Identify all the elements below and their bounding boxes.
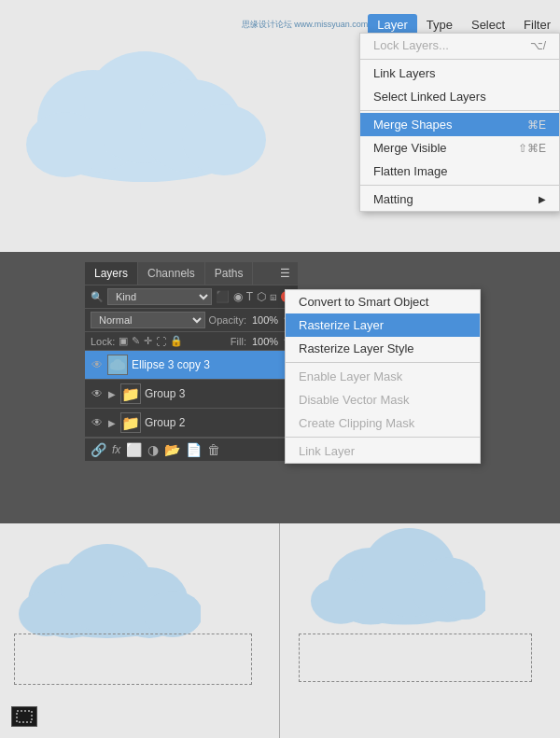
ctx-disable-vector[interactable]: Disable Vector Mask (286, 388, 480, 411)
layer-thumbnail-group2: 📁 (120, 412, 141, 433)
lock-all-icon[interactable]: 🔒 (170, 335, 183, 347)
bottom-right-cloud (299, 528, 485, 631)
link-icon[interactable]: 🔗 (91, 442, 106, 457)
context-menu: Convert to Smart Object Rasterize Layer … (285, 289, 481, 464)
cloud-shape (19, 28, 271, 189)
new-layer-icon[interactable]: 📄 (186, 442, 202, 457)
ctx-rasterize-layer[interactable]: Rasterize Layer (286, 313, 480, 337)
layer-thumbnail-group3: 📁 (120, 383, 141, 404)
layers-panel-menu-icon[interactable]: ☰ (273, 262, 298, 285)
menu-link-layers[interactable]: Link Layers (360, 62, 559, 85)
blend-mode-select[interactable]: Normal (91, 312, 205, 328)
selection-box-right (299, 634, 532, 682)
bottom-right-panel (280, 523, 560, 738)
middle-section: Layers Channels Paths ☰ 🔍 Kind ⬛ ◉ T ⬡ ⧆… (0, 252, 560, 523)
layer-thumbnail-ellipse (107, 355, 128, 375)
menu-merge-shapes[interactable]: Merge Shapes ⌘E (360, 113, 559, 136)
tab-channels[interactable]: Channels (138, 262, 205, 285)
layers-kind-select[interactable]: Kind (107, 288, 212, 305)
menu-divider-1 (360, 59, 559, 60)
filter-smart-icon[interactable]: ⧆ (270, 290, 277, 303)
filter-shape-icon[interactable]: ⬡ (257, 290, 266, 303)
watermark: 思缘设计论坛 www.missyuan.com (242, 19, 369, 31)
lock-artboard-icon[interactable]: ⛶ (156, 336, 166, 347)
filter-pixel-icon[interactable]: ⬛ (216, 290, 230, 303)
folder-icon-group2: 📁 (121, 414, 140, 432)
menu-matting[interactable]: Matting ▶ (360, 188, 559, 211)
svg-point-5 (26, 112, 105, 177)
delete-icon[interactable]: 🗑 (207, 442, 220, 457)
svg-point-9 (118, 362, 125, 369)
mask-icon[interactable]: ⬜ (126, 442, 142, 457)
bottom-section (0, 523, 560, 738)
ctx-enable-mask[interactable]: Enable Layer Mask (286, 365, 480, 388)
ctx-link-layer[interactable]: Link Layer (286, 439, 480, 463)
svg-point-14 (143, 591, 201, 637)
menu-select-linked-layers[interactable]: Select Linked Layers (360, 85, 559, 108)
layer-visibility-eye-group2[interactable]: 👁 (91, 416, 104, 429)
bottom-left-panel (0, 523, 280, 738)
layers-search-row: 🔍 Kind ⬛ ◉ T ⬡ ⧆ (85, 285, 298, 309)
svg-point-4 (182, 104, 266, 175)
lock-image-icon[interactable]: ✎ (132, 335, 140, 347)
lock-transparent-icon[interactable]: ▣ (119, 335, 128, 347)
filter-icons: ⬛ ◉ T ⬡ ⧆ (216, 290, 292, 303)
layers-lock-row: Lock: ▣ ✎ ✛ ⛶ 🔒 Fill: 100% ▼ (85, 332, 298, 351)
layer-name-ellipse3copy3: Ellipse 3 copy 3 (132, 358, 292, 371)
top-canvas: 思缘设计论坛 www.missyuan.com Layer Type Selec… (0, 0, 560, 252)
fill-label: Fill: (231, 336, 246, 347)
layer-row-group3[interactable]: 👁 ▶ 📁 Group 3 (85, 380, 298, 409)
ctx-create-clipping[interactable]: Create Clipping Mask (286, 411, 480, 435)
selection-tool-icon[interactable] (11, 706, 37, 727)
folder-icon-group3: 📁 (121, 385, 140, 403)
menu-divider-3 (360, 185, 559, 186)
selection-box (14, 634, 252, 685)
menu-lock-layers[interactable]: Lock Layers... ⌥/ (360, 34, 559, 57)
fx-icon[interactable]: fx (112, 443, 120, 456)
tab-layers[interactable]: Layers (85, 262, 138, 285)
filter-text-icon[interactable]: T (246, 290, 253, 303)
layer-name-group2: Group 2 (145, 416, 292, 429)
layer-row-ellipse3copy3[interactable]: 👁 Ellipse 3 copy 3 (85, 351, 298, 380)
layers-panel-bottom: 🔗 fx ⬜ ◑ 📂 📄 🗑 (85, 438, 298, 461)
menu-flatten-image[interactable]: Flatten Image (360, 160, 559, 183)
layers-panel-tabs: Layers Channels Paths ☰ (85, 262, 298, 285)
opacity-label: Opacity: (209, 314, 246, 326)
layer-expand-group3[interactable]: ▶ (107, 389, 117, 399)
layer-visibility-eye-group3[interactable]: 👁 (91, 387, 104, 400)
menu-divider-2 (360, 110, 559, 111)
opacity-value: 100% (252, 314, 278, 326)
layers-mode-row: Normal Opacity: 100% ▼ (85, 309, 298, 332)
layer-dropdown-menu: Lock Layers... ⌥/ Link Layers Select Lin… (359, 33, 560, 212)
svg-rect-16 (17, 711, 32, 722)
lock-label: Lock: (91, 336, 115, 347)
filter-adjustment-icon[interactable]: ◉ (233, 290, 243, 303)
ctx-convert-smart[interactable]: Convert to Smart Object (286, 290, 480, 313)
layers-panel: Layers Channels Paths ☰ 🔍 Kind ⬛ ◉ T ⬡ ⧆… (84, 261, 299, 462)
ctx-divider-1 (286, 362, 480, 363)
ctx-rasterize-style[interactable]: Rasterize Layer Style (286, 337, 480, 360)
tab-paths[interactable]: Paths (205, 262, 254, 285)
ctx-divider-2 (286, 437, 480, 438)
adjustment-icon[interactable]: ◑ (147, 442, 159, 457)
layer-name-group3: Group 3 (145, 387, 292, 400)
search-icon: 🔍 (91, 291, 104, 303)
group-icon[interactable]: 📂 (164, 442, 180, 457)
layer-visibility-eye[interactable]: 👁 (91, 358, 104, 371)
layer-expand-group2[interactable]: ▶ (107, 418, 117, 428)
lock-icons-group: ▣ ✎ ✛ ⛶ 🔒 (119, 335, 183, 347)
bottom-left-cloud (14, 537, 201, 640)
fill-value: 100% (252, 336, 278, 347)
svg-point-22 (311, 578, 371, 624)
menu-merge-visible[interactable]: Merge Visible ⇧⌘E (360, 136, 559, 160)
svg-point-15 (19, 592, 75, 636)
lock-position-icon[interactable]: ✛ (144, 335, 152, 347)
layer-row-group2[interactable]: 👁 ▶ 📁 Group 2 (85, 409, 298, 438)
